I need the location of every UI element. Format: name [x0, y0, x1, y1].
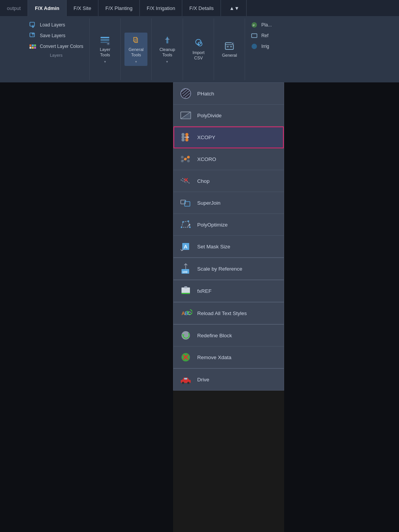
- load-layers-icon: [29, 21, 37, 29]
- svg-rect-9: [34, 47, 36, 49]
- menu-item-xcopy[interactable]: XCOPY: [173, 126, 284, 148]
- ribbon-group-import-csv: ImportCSV: [183, 18, 214, 80]
- svg-point-44: [182, 138, 185, 141]
- svg-rect-10: [101, 37, 110, 39]
- ribbon-group-layers: Load Layers Save Layers: [23, 18, 90, 80]
- cleanup-tools-button[interactable]: CleanupTools ▾: [155, 33, 179, 66]
- save-layers-button[interactable]: Save Layers: [27, 31, 85, 41]
- general-tools-button[interactable]: GeneralTools ▾: [124, 33, 147, 66]
- svg-rect-18: [166, 40, 168, 44]
- irrig-button[interactable]: Irrig: [248, 41, 274, 51]
- menu-item-polyoptimize[interactable]: PolyOptimize: [173, 214, 284, 236]
- tab-fx-site[interactable]: F/X Site: [67, 0, 98, 16]
- svg-point-86: [182, 382, 184, 384]
- general-right-icon: ▾: [224, 41, 235, 51]
- right-area: [284, 82, 399, 532]
- tab-fx-admin[interactable]: F/X Admin: [28, 0, 67, 16]
- ribbon-right-items: P Pla... Ref Irrig: [245, 18, 277, 80]
- convert-layer-colors-label: Convert Layer Colors: [40, 44, 83, 49]
- xcopy-icon: [179, 130, 193, 144]
- xcoro-icon: [179, 152, 193, 166]
- scalereference-icon: 100: [179, 262, 193, 276]
- superjoin-icon: [179, 196, 193, 210]
- svg-rect-26: [230, 46, 232, 48]
- pla-icon: P: [250, 21, 258, 29]
- drive-icon: [179, 373, 193, 386]
- tab-fx-planting[interactable]: F/X Planting: [98, 0, 140, 16]
- menu-item-xcoro[interactable]: XCORO: [173, 148, 284, 170]
- ribbon-group-layer-tools: ▾ LayerTools ▾: [90, 18, 121, 80]
- layer-tools-button[interactable]: ▾ LayerTools ▾: [93, 33, 116, 66]
- import-csv-label: ImportCSV: [193, 50, 204, 60]
- tab-fx-details[interactable]: F/X Details: [182, 0, 221, 16]
- fxref-label: fxREF: [197, 288, 212, 294]
- menu-item-phatch[interactable]: PHatch: [173, 83, 284, 105]
- menu-item-setmasksize[interactable]: A Set Mask Size: [173, 236, 284, 258]
- phatch-icon: [179, 87, 193, 100]
- convert-layer-colors-button[interactable]: Convert Layer Colors: [27, 41, 85, 51]
- svg-rect-74: [182, 287, 190, 294]
- polydivide-icon: [179, 108, 193, 122]
- import-csv-icon: [193, 38, 204, 49]
- layers-buttons: Load Layers Save Layers: [27, 20, 85, 51]
- general-tools-label: GeneralTools: [129, 47, 144, 57]
- setmasksize-icon: A: [179, 240, 193, 253]
- save-layers-icon: [29, 32, 37, 39]
- menu-item-scalereference[interactable]: 100 Scale by Reference: [173, 258, 284, 280]
- load-layers-label: Load Layers: [40, 22, 65, 28]
- ribbon: output F/X Admin F/X Site F/X Planting F…: [0, 0, 399, 82]
- redefineblock-label: Redefine Block: [197, 333, 232, 338]
- chop-icon: [179, 174, 193, 188]
- menu-item-superjoin[interactable]: SuperJoin: [173, 192, 284, 214]
- svg-point-49: [181, 156, 184, 159]
- svg-rect-0: [30, 22, 34, 26]
- scalereference-label: Scale by Reference: [197, 266, 242, 272]
- svg-rect-25: [227, 46, 229, 48]
- pla-button[interactable]: P Pla...: [248, 20, 274, 30]
- layers-group-label: Layers: [27, 53, 85, 57]
- left-sidebar: [0, 82, 173, 532]
- import-csv-button[interactable]: ImportCSV: [187, 36, 210, 62]
- menu-item-chop[interactable]: Chop: [173, 170, 284, 192]
- fxref-icon: [179, 284, 193, 298]
- svg-rect-5: [32, 44, 34, 46]
- svg-rect-7: [29, 47, 31, 49]
- chop-label: Chop: [197, 178, 209, 184]
- ribbon-group-cleanup-tools: CleanupTools ▾: [152, 18, 183, 80]
- xcopy-label: XCOPY: [197, 135, 215, 140]
- tab-output[interactable]: output: [0, 0, 28, 16]
- ribbon-tabs: output F/X Admin F/X Site F/X Planting F…: [0, 0, 399, 16]
- menu-item-fxref[interactable]: fxREF: [173, 280, 284, 302]
- general-right-label: General: [222, 53, 237, 58]
- svg-text:100: 100: [182, 270, 188, 274]
- menu-item-redefineblock[interactable]: Redefine Block: [173, 325, 284, 346]
- tab-expand[interactable]: ▲▼: [222, 0, 247, 16]
- menu-item-drive[interactable]: Drive: [173, 369, 284, 390]
- svg-point-87: [187, 382, 190, 384]
- ref-button[interactable]: Ref: [248, 31, 274, 41]
- tab-fx-irrigation[interactable]: F/X Irrigation: [140, 0, 182, 16]
- load-layers-button[interactable]: Load Layers: [27, 20, 85, 30]
- removexdata-icon: [179, 350, 193, 364]
- menu-item-reloadtext[interactable]: A B C Reload All Text Styles: [173, 302, 284, 324]
- general-right-button[interactable]: ▾ General: [218, 38, 241, 60]
- svg-rect-6: [34, 44, 36, 46]
- svg-point-45: [185, 133, 188, 136]
- cleanup-tools-chevron: ▾: [166, 60, 168, 64]
- xcoro-label: XCORO: [197, 156, 216, 162]
- svg-rect-4: [29, 44, 31, 46]
- svg-point-66: [189, 227, 191, 228]
- svg-rect-76: [184, 286, 187, 288]
- svg-text:▾: ▾: [108, 43, 109, 45]
- reloadtext-icon: A B C: [179, 306, 193, 320]
- menu-item-removexdata[interactable]: Remove Xdata: [173, 346, 284, 368]
- svg-point-64: [182, 221, 184, 223]
- layer-tools-chevron: ▾: [104, 60, 106, 64]
- general-tools-chevron: ▾: [135, 60, 137, 64]
- svg-rect-8: [32, 47, 34, 49]
- svg-point-47: [185, 138, 188, 141]
- removexdata-label: Remove Xdata: [197, 355, 231, 360]
- menu-item-polydivide[interactable]: PolyDivide: [173, 105, 284, 126]
- irrig-icon: [250, 43, 258, 50]
- svg-point-53: [187, 160, 190, 163]
